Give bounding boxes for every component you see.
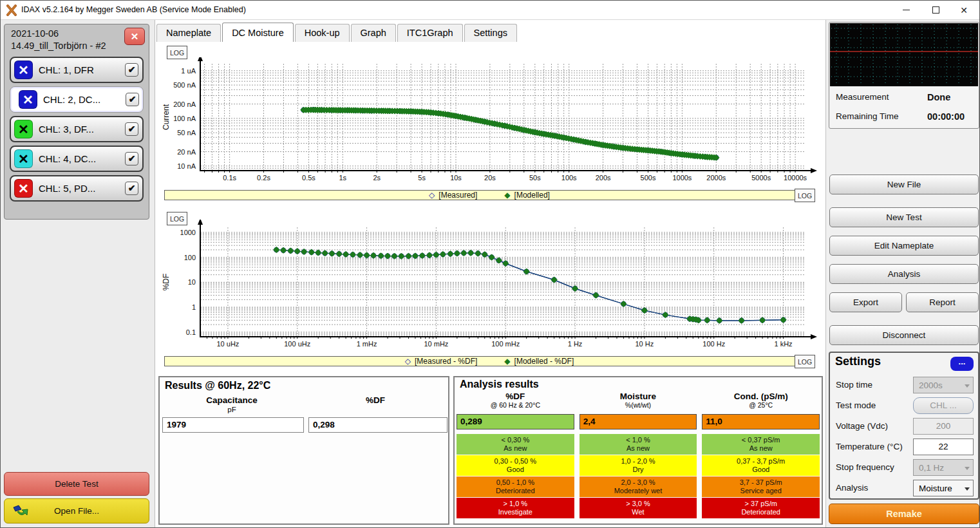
delete-test-button[interactable]: Delete Test [4, 472, 149, 496]
stop-time-select: 2000s [913, 377, 974, 393]
svg-text:2s: 2s [373, 174, 381, 182]
svg-text:50 nA: 50 nA [177, 129, 196, 137]
channel-visible-checkbox[interactable]: ✔ [125, 182, 138, 195]
channel-x-icon: ✕ [14, 120, 33, 138]
legend-item-measured-df: ◇[Measured - %DF] [405, 357, 478, 366]
analysis-range-df-deteriorated: 0,50 - 1,0 %Deteriorated [457, 476, 574, 497]
delete-test-label: Delete Test [5, 479, 149, 489]
svg-text:1 mHz: 1 mHz [357, 340, 377, 348]
idax-window: IDAX v5.2.164 by Megger Sweden AB (Servi… [0, 0, 980, 528]
remake-button[interactable]: Remake [829, 504, 979, 524]
stop-frequency-select: 0,1 Hz [913, 459, 974, 476]
test-mode-button: CHL ... [913, 397, 974, 414]
svg-text:2000s: 2000s [706, 174, 726, 182]
capacitance-unit: pF [167, 406, 296, 413]
voltage-vdc-input: 200 [913, 418, 974, 435]
analysis-value-moisture: 2,4 [580, 414, 697, 429]
disconnect-button[interactable]: Disconnect [829, 325, 979, 345]
edit-nameplate-button[interactable]: Edit Nameplate [829, 236, 979, 256]
new-file-button[interactable]: New File [829, 174, 979, 194]
svg-text:20 nA: 20 nA [177, 148, 196, 156]
channel-item-chl-1-dfr[interactable]: ✕CHL: 1, DFR✔ [10, 57, 144, 83]
svg-text:1s: 1s [339, 174, 346, 182]
chevron-down-icon [965, 487, 970, 491]
settings-menu-button[interactable]: ... [950, 357, 974, 371]
channel-item-chl-3-df[interactable]: ✕CHL: 3, DF...✔ [10, 116, 144, 142]
analysis-select[interactable]: Moisture [913, 480, 974, 496]
svg-text:0.2s: 0.2s [257, 174, 270, 182]
svg-text:1: 1 [192, 303, 196, 311]
channel-x-icon: ✕ [19, 90, 37, 109]
analysis-button[interactable]: Analysis [829, 264, 979, 284]
measured-circle-icon: ◇ [429, 191, 435, 200]
capacitance-header: Capacitance [167, 395, 296, 405]
export-button[interactable]: Export [829, 292, 902, 312]
svg-text:1000s: 1000s [672, 174, 692, 182]
test-header: 2021-10-06 14.49_till_Torbjörn - #2 ✕ [5, 24, 149, 53]
tab-graph[interactable]: Graph [351, 24, 396, 42]
measurement-status-row: Measurement Done [836, 92, 976, 102]
remaining-time-row: Remaining Time 00:00:00 [836, 111, 976, 121]
current-vs-time-chart: 0.1s0.2s0.5s1s2s5s10s20s50s100s200s500s1… [160, 57, 820, 189]
channel-visible-checkbox[interactable]: ✔ [126, 93, 139, 106]
analysis-grid: %DF@ 60 Hz & 20°C0,289< 0,30 %As new0,30… [455, 390, 822, 518]
channel-visible-checkbox[interactable]: ✔ [125, 122, 138, 136]
svg-text:0.5s: 0.5s [302, 174, 316, 182]
svg-text:0.1: 0.1 [186, 328, 196, 336]
measurement-status-box: Measurement Done Remaining Time 00:00:00 [829, 22, 979, 129]
df-chart-panel: LOG 10 uHz100 uHz1 mHz10 mHz100 mHz1 Hz1… [160, 208, 820, 370]
log-scale-button[interactable]: LOG [167, 212, 187, 225]
analysis-title: Analysis results [455, 377, 822, 390]
svg-text:100: 100 [184, 254, 196, 261]
svg-text:50s: 50s [529, 174, 541, 182]
svg-text:1 Hz: 1 Hz [568, 340, 583, 348]
svg-text:%DF: %DF [162, 274, 171, 291]
analysis-range-cond-ps-m-good: 0,37 - 3,7 pS/mGood [702, 455, 820, 476]
svg-text:500 nA: 500 nA [173, 81, 196, 89]
remaining-time-label: Remaining Time [836, 111, 899, 121]
channel-x-icon: ✕ [14, 149, 33, 168]
svg-text:100s: 100s [561, 174, 577, 182]
svg-text:Current: Current [162, 104, 171, 130]
tab-hook-up[interactable]: Hook-up [295, 24, 350, 42]
report-button[interactable]: Report [906, 292, 979, 312]
channel-item-chl-4-dc[interactable]: ✕CHL: 4, DC...✔ [10, 146, 144, 172]
tab-dc-moisture[interactable]: DC Moisture [222, 23, 294, 42]
channel-label: CHL: 4, DC... [33, 153, 125, 164]
open-file-button[interactable]: Open File... [4, 498, 149, 523]
channel-label: CHL: 3, DF... [33, 124, 125, 135]
tab-nameplate[interactable]: Nameplate [156, 24, 221, 42]
setting-row-voltage-vdc: Voltage (Vdc)200 [830, 417, 978, 437]
minimize-button[interactable] [892, 1, 920, 19]
df-header: %DF [311, 395, 440, 405]
channel-label: CHL: 5, PD... [33, 183, 125, 194]
window-title: IDAX v5.2.164 by Megger Sweden AB (Servi… [21, 5, 246, 14]
analysis-range-moisture-wet: > 3,0 %Wet [580, 498, 697, 518]
channel-x-icon: ✕ [14, 61, 33, 79]
tab-settings[interactable]: Settings [464, 24, 517, 42]
chevron-down-icon [965, 467, 970, 470]
svg-text:10 uHz: 10 uHz [216, 340, 239, 348]
oscilloscope-display [830, 23, 978, 86]
svg-text:200 nA: 200 nA [173, 100, 196, 108]
channel-visible-checkbox[interactable]: ✔ [125, 152, 138, 165]
remaining-time-value: 00:00:00 [927, 111, 965, 122]
analysis-box: Analysis results %DF@ 60 Hz & 20°C0,289<… [453, 376, 823, 525]
maximize-button[interactable] [921, 1, 950, 19]
channel-item-chl-2-dc[interactable]: ✕CHL: 2, DC...✔ [10, 86, 144, 113]
tab-itc1graph[interactable]: ITC1Graph [397, 24, 463, 42]
svg-text:10s: 10s [450, 174, 462, 182]
log-scale-button[interactable]: LOG [795, 355, 815, 368]
setting-label-stop-time: Stop time [836, 380, 872, 390]
close-test-button[interactable]: ✕ [124, 28, 145, 45]
svg-text:100 nA: 100 nA [173, 115, 196, 122]
channel-item-chl-5-pd[interactable]: ✕CHL: 5, PD...✔ [10, 175, 144, 202]
channel-visible-checkbox[interactable]: ✔ [125, 63, 138, 77]
temperature-c-input[interactable]: 22 [913, 438, 974, 455]
svg-text:1000: 1000 [180, 229, 196, 236]
log-scale-button[interactable]: LOG [167, 46, 187, 59]
log-scale-button[interactable]: LOG [795, 189, 815, 202]
close-button[interactable]: ✕ [950, 1, 978, 19]
svg-text:100 uHz: 100 uHz [284, 340, 310, 348]
new-test-button[interactable]: New Test [829, 207, 979, 227]
